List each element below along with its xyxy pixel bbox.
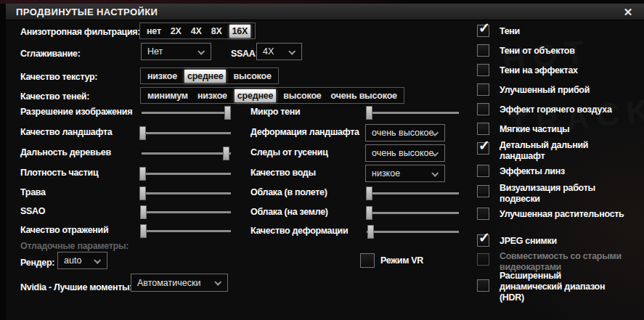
vr-mode-checkbox[interactable]: ✓ [360, 253, 375, 268]
reflection-quality-label: Качество отражений [20, 225, 108, 235]
antialiasing-dropdown[interactable]: Нет [141, 43, 211, 60]
antialiasing-value: Нет [147, 46, 163, 57]
dialog-title: ПРОДВИНУТЫЕ НАСТРОЙКИ [6, 7, 158, 17]
texture-option-low[interactable]: низкое [145, 70, 179, 83]
hdr-checkbox[interactable]: ✓ [477, 279, 489, 292]
terrain-quality-slider[interactable] [142, 126, 231, 140]
check-icon: ✓ [478, 229, 490, 246]
terrain-deformation-dropdown[interactable]: очень высокое [365, 124, 445, 141]
clouds-flight-label: Облака (в полете) [250, 187, 327, 197]
anisotropic-filter-control: нет 2X 4X 8X 16X [139, 22, 256, 39]
checkbox-label: Визуализация работы подвески [500, 183, 644, 205]
shadows-checkbox[interactable]: ✓ [477, 25, 489, 37]
slider-handle[interactable] [366, 186, 372, 200]
resolution-slider[interactable] [142, 106, 231, 120]
grass-slider[interactable] [142, 186, 231, 200]
chevron-down-icon [431, 170, 439, 177]
render-dropdown[interactable]: auto [57, 252, 107, 269]
terrain-quality-label: Качество ландшафта [20, 127, 112, 137]
checkbox-label: Тени от объектов [500, 46, 644, 57]
lens-effects-checkbox[interactable]: ✓ [477, 165, 489, 177]
filter-option-4x[interactable]: 4X [189, 25, 204, 38]
nvidia-highlights-label: Nvidia - Лучшие моменты: [20, 282, 132, 292]
slider-handle[interactable] [139, 126, 146, 140]
antialiasing-label: Сглаживание: [20, 49, 81, 59]
slider-handle[interactable] [223, 147, 229, 160]
particle-density-slider[interactable] [142, 167, 231, 181]
shadow-option-very-high[interactable]: очень высокое [329, 89, 399, 102]
suspension-visualization-checkbox[interactable]: ✓ [477, 185, 489, 197]
slider-handle[interactable] [139, 167, 146, 181]
slider-handle[interactable] [140, 205, 147, 219]
tree-distance-slider[interactable] [142, 147, 231, 160]
soft-particles-checkbox[interactable]: ✓ [477, 123, 489, 135]
object-shadows-checkbox[interactable]: ✓ [477, 44, 489, 57]
close-icon[interactable]: ✕ [619, 4, 637, 20]
checkbox-label: Улучшенная растительность [500, 209, 644, 220]
terrain-deformation-label: Деформация ландшафта [250, 127, 359, 137]
slider-handle[interactable] [366, 206, 372, 220]
track-marks-label: Следы от гусениц [250, 147, 328, 157]
tree-distance-label: Дальность деревьев [20, 147, 111, 157]
improved-surf-checkbox[interactable]: ✓ [477, 83, 489, 96]
check-icon: ✓ [478, 20, 490, 36]
improved-vegetation-checkbox[interactable]: ✓ [477, 208, 489, 220]
texture-option-high[interactable]: высокое [231, 70, 273, 83]
ssaa-label: SSAA: [231, 49, 258, 59]
nvidia-highlights-value: Автоматически [137, 278, 200, 288]
checkbox-label: Улучшенный прибой [500, 85, 644, 96]
clouds-flight-slider[interactable] [367, 186, 459, 200]
filter-option-none[interactable]: нет [144, 25, 163, 38]
micro-shadows-label: Микро тени [250, 107, 300, 117]
chevron-down-icon [214, 279, 221, 286]
render-label: Рендер: [20, 258, 54, 268]
chevron-down-icon [288, 48, 295, 55]
anisotropic-filter-label: Анизотропная фильтрация: [20, 27, 140, 37]
shadow-option-medium[interactable]: среднее [235, 89, 277, 102]
chevron-down-icon [197, 48, 205, 55]
filter-option-8x[interactable]: 8X [209, 25, 224, 38]
checkbox-label: Расширенный динамический диапазон (HDR) [500, 271, 644, 303]
track-marks-dropdown[interactable]: очень высокое [365, 144, 445, 162]
reflection-quality-slider[interactable] [142, 224, 231, 238]
slider-handle[interactable] [367, 225, 374, 239]
shadow-option-minimum[interactable]: минимум [145, 89, 190, 102]
shadow-option-low[interactable]: низкое [195, 89, 229, 102]
shadow-quality-label: Качество теней: [20, 91, 89, 102]
ssao-slider[interactable] [142, 205, 231, 219]
micro-shadows-slider[interactable] [367, 106, 459, 120]
slider-handle[interactable] [366, 106, 372, 120]
effect-shadows-checkbox[interactable]: ✓ [477, 64, 489, 76]
resolution-label: Разрешение изображения [20, 107, 132, 117]
checkbox-label: Тени [500, 26, 644, 37]
texture-option-medium[interactable]: среднее [184, 70, 227, 83]
deformation-quality-label: Качество деформации [250, 226, 348, 236]
detailed-far-terrain-checkbox[interactable]: ✓ [477, 142, 489, 155]
water-quality-dropdown[interactable]: низкое [365, 165, 445, 182]
ssaa-dropdown[interactable]: 4X [256, 43, 302, 60]
slider-handle[interactable] [139, 186, 146, 200]
deformation-quality-slider[interactable] [367, 225, 459, 239]
jpeg-screenshots-checkbox[interactable]: ✓ [477, 234, 489, 247]
slider-handle[interactable] [140, 224, 147, 238]
track-marks-value: очень высокое [372, 148, 434, 158]
nvidia-highlights-dropdown[interactable]: Автоматически [131, 274, 228, 292]
render-value: auto [64, 255, 81, 266]
filter-option-2x[interactable]: 2X [168, 25, 184, 38]
checkbox-label: Мягкие частицы [500, 124, 644, 135]
old-gpu-compatibility-checkbox[interactable]: ✓ [477, 253, 489, 266]
water-quality-label: Качество воды [250, 168, 316, 178]
debug-section-label: Отладочные параметры: [20, 241, 129, 251]
texture-quality-control: низкое среднее высокое [140, 67, 279, 84]
shadow-option-high[interactable]: высокое [281, 89, 323, 102]
advanced-settings-dialog: HOT TRACKS ПРОДВИНУТЫЕ НАСТРОЙКИ ✕ Анизо… [6, 4, 644, 320]
hot-air-effect-checkbox[interactable]: ✓ [477, 103, 489, 115]
checkbox-label: Тени на эффектах [500, 65, 644, 76]
checkbox-label: Эффект горячего воздуха [500, 104, 644, 115]
dialog-titlebar: ПРОДВИНУТЫЕ НАСТРОЙКИ ✕ [6, 4, 644, 20]
slider-handle[interactable] [224, 106, 231, 120]
checkbox-label: Эффекты линз [500, 166, 644, 177]
clouds-ground-slider[interactable] [367, 206, 459, 220]
ssaa-value: 4X [263, 46, 274, 57]
filter-option-16x[interactable]: 16X [229, 25, 251, 38]
